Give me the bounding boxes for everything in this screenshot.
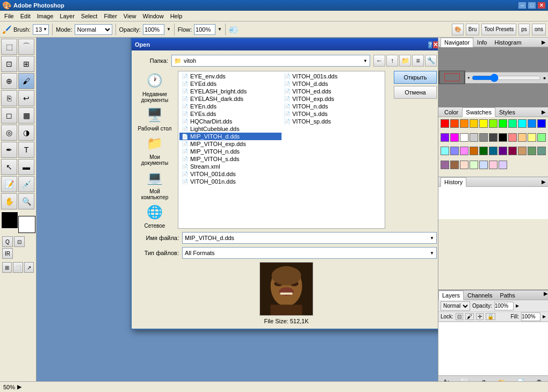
tab-paths[interactable]: Paths (496, 291, 519, 300)
swatch-color[interactable] (441, 147, 449, 155)
shortcut-mydocs[interactable]: 📁 Мои документы (138, 134, 172, 166)
shortcut-recent[interactable]: 🕐 Недавние документы (138, 71, 172, 103)
nav-view-btn[interactable]: ≡ (412, 55, 424, 67)
tab-swatches[interactable]: Swatches (462, 107, 495, 117)
text-tool[interactable]: T (18, 142, 34, 158)
swatch-color[interactable] (479, 147, 488, 155)
tab-info[interactable]: Info (473, 38, 491, 47)
jump-btn[interactable]: ↗ (24, 262, 34, 273)
extra-btn-2[interactable]: ons (532, 24, 546, 35)
swatch-color[interactable] (508, 147, 517, 155)
tab-histogram[interactable]: Histogram (491, 38, 525, 47)
swatch-color[interactable] (450, 133, 459, 142)
fill-arrow-icon[interactable]: ▶ (543, 314, 546, 319)
swatch-color[interactable] (489, 133, 497, 142)
swatch-color[interactable] (518, 119, 527, 128)
dialog-help-button[interactable]: ? (428, 41, 432, 48)
imagready-btn[interactable]: IR (2, 248, 13, 259)
file-item[interactable]: 📄VITOH_n.dds (282, 103, 384, 110)
menu-filter[interactable]: Filter (100, 12, 120, 20)
lock-position-icon[interactable]: ✛ (476, 313, 484, 320)
tab-channels[interactable]: Channels (464, 291, 496, 300)
menu-file[interactable]: File (1, 12, 17, 20)
flow-input[interactable] (194, 24, 215, 35)
swatch-color[interactable] (528, 133, 536, 142)
eraser-tool[interactable]: ◻ (1, 107, 17, 124)
notes-tool[interactable]: 📝 (1, 176, 17, 192)
layers-mode-select[interactable]: Normal (441, 301, 470, 311)
menu-edit[interactable]: Edit (17, 12, 34, 20)
mode-select[interactable]: Normal (75, 24, 112, 35)
close-button[interactable]: ✕ (537, 2, 546, 9)
swatch-color[interactable] (537, 147, 546, 155)
palette-button[interactable]: 🎨 (452, 24, 464, 35)
standard-mode-btn[interactable]: ⊞ (2, 262, 12, 273)
shortcut-mycomputer[interactable]: 💻 Мой компьютер (138, 168, 172, 200)
swatch-color[interactable] (528, 119, 536, 128)
swatch-color[interactable] (460, 147, 468, 155)
path-tool[interactable]: ↖ (1, 159, 17, 175)
brush-tool[interactable]: 🖌 (18, 73, 34, 89)
marquee-tool[interactable]: ⬚ (1, 39, 17, 55)
tab-color[interactable]: Color (441, 107, 462, 117)
tab-styles[interactable]: Styles (495, 107, 519, 117)
navigator-menu-arrow[interactable]: ▶ (542, 39, 546, 45)
full-screen-btn[interactable]: ⬜ (13, 262, 23, 273)
swatch-color[interactable] (537, 119, 546, 128)
layers-fill-input[interactable] (521, 313, 540, 321)
zoom-slider[interactable] (472, 75, 541, 81)
nav-create-folder-btn[interactable]: 📁 (399, 55, 411, 67)
zoom-out-icon[interactable]: ▪ (467, 75, 470, 81)
cancel-button[interactable]: Отмена (394, 86, 437, 99)
layers-menu-arrow[interactable]: ▶ (544, 291, 548, 300)
blur-tool[interactable]: ◎ (1, 125, 17, 141)
shortcut-desktop[interactable]: 🖥️ Рабочий стол (138, 105, 172, 132)
airbrush-icon[interactable]: 💨 (229, 25, 238, 34)
nav-back-btn[interactable]: ← (373, 55, 385, 67)
tab-navigator[interactable]: Navigator (441, 38, 473, 47)
dialog-close-button[interactable]: ✕ (433, 41, 438, 48)
shortcut-network[interactable]: 🌐 Сетевое (138, 202, 172, 229)
folder-combo[interactable]: 📁 vitoh ▼ (171, 55, 370, 67)
file-item[interactable]: 📄EYELASH_bright.dds (179, 88, 282, 95)
menu-layer[interactable]: Layer (56, 12, 78, 20)
swatch-color[interactable] (441, 161, 449, 169)
file-item[interactable]: 📄LightCubeblue.dds (179, 125, 282, 133)
swatch-color[interactable] (489, 147, 497, 155)
screen-mode-btn[interactable]: ⊡ (14, 236, 25, 247)
file-item[interactable]: 📄EYEs.dds (179, 110, 282, 118)
foreground-color[interactable] (1, 212, 18, 229)
file-item[interactable]: 📄EYEn.dds (179, 103, 282, 110)
swatch-color[interactable] (441, 119, 449, 128)
file-item[interactable]: 📄VITOH_exp.dds (282, 95, 384, 103)
menu-image[interactable]: Image (34, 12, 57, 20)
lock-all-icon[interactable]: 🔒 (486, 313, 495, 320)
file-item[interactable]: 📄VITOH_sp.dds (282, 118, 384, 125)
file-item[interactable]: 📄EYEd.dds (179, 80, 282, 88)
swatch-color[interactable] (470, 119, 478, 128)
minimize-button[interactable]: ─ (518, 2, 527, 9)
swatch-color[interactable] (499, 119, 507, 128)
swatch-color[interactable] (479, 133, 488, 142)
file-item[interactable]: 📄VITOH_001d.dds (179, 170, 282, 178)
swatch-color[interactable] (460, 119, 468, 128)
tab-layers[interactable]: Layers (438, 291, 464, 300)
opacity-dropdown-icon[interactable]: ▼ (167, 27, 171, 32)
menu-help[interactable]: Help (167, 12, 186, 20)
lock-image-icon[interactable]: 🖌 (465, 313, 474, 320)
tool-presets-button[interactable]: Tool Presets (481, 24, 516, 35)
menu-select[interactable]: Select (78, 12, 101, 20)
pen-tool[interactable]: ✒ (1, 142, 17, 158)
file-item[interactable]: 📄VITOH_ed.dds (282, 88, 384, 95)
gradient-tool[interactable]: ▦ (18, 107, 34, 124)
background-color[interactable] (18, 216, 35, 233)
crop-tool[interactable]: ⊡ (1, 56, 17, 72)
layers-opacity-input[interactable] (494, 302, 514, 310)
file-item[interactable]: 📄MIP_VITOH_n.dds (179, 148, 282, 155)
swatch-color[interactable] (499, 147, 507, 155)
swatch-color[interactable] (489, 161, 497, 169)
file-item[interactable]: 📄MIP_VITOH_s.dds (179, 155, 282, 163)
shape-tool[interactable]: ▬ (18, 159, 34, 175)
swatch-color[interactable] (508, 133, 517, 142)
swatch-color[interactable] (460, 161, 468, 169)
